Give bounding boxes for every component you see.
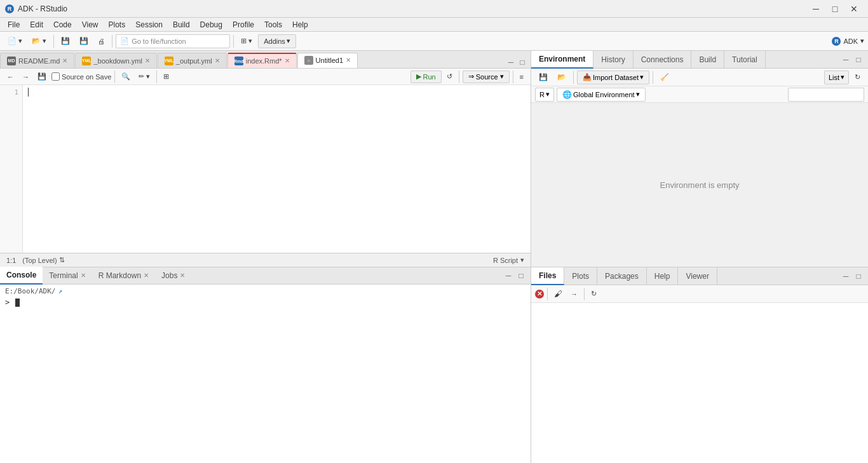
forward-files-button[interactable]: → (567, 287, 581, 301)
ed-sep-4 (513, 70, 513, 83)
r-version-arrow: ▾ (546, 90, 550, 98)
addins-button[interactable]: Addins ▾ (258, 34, 296, 48)
menu-build[interactable]: Build (168, 19, 195, 30)
console-minimize-button[interactable]: ─ (503, 270, 514, 281)
brush-button[interactable]: 🖌 (551, 287, 566, 301)
tab-index-close[interactable]: ✕ (285, 58, 290, 64)
menu-view[interactable]: View (77, 19, 104, 30)
refresh-files-button[interactable]: ↻ (588, 287, 600, 301)
terminal-tab-close[interactable]: ✕ (81, 272, 86, 279)
source-on-save-checkbox[interactable] (51, 72, 60, 81)
source-button[interactable]: ⇒ Source ▾ (463, 70, 510, 83)
env-sep-1 (573, 71, 574, 84)
tab-packages[interactable]: Packages (597, 267, 647, 285)
tab-bookdown[interactable]: YML _bookdown.yml ✕ (75, 53, 156, 68)
tab-connections[interactable]: Connections (634, 51, 692, 69)
menu-help[interactable]: Help (287, 19, 313, 30)
files-panel-maximize[interactable]: □ (853, 271, 864, 282)
editor-area[interactable]: 1 (0, 85, 531, 253)
menu-edit[interactable]: Edit (25, 19, 48, 30)
import-dataset-button[interactable]: 📥 Import Dataset ▾ (577, 70, 649, 84)
rstudio-icon: R (5, 4, 14, 13)
rerun-button[interactable]: ↺ (444, 70, 456, 83)
close-button[interactable]: ✕ (845, 3, 863, 15)
tab-untitled1[interactable]: ○ Untitled1 ✕ (297, 53, 358, 68)
refresh-env-button[interactable]: ↻ (851, 70, 864, 84)
maximize-button[interactable]: □ (826, 3, 844, 15)
tab-jobs[interactable]: Jobs ✕ (155, 267, 191, 285)
jobs-tab-close[interactable]: ✕ (180, 272, 185, 279)
rmarkdown-tab-close[interactable]: ✕ (144, 272, 149, 279)
load-env-button[interactable]: 📂 (553, 70, 570, 84)
tab-files[interactable]: Files (531, 267, 564, 285)
editor-minimize-button[interactable]: ─ (505, 57, 517, 68)
tab-history[interactable]: History (593, 51, 633, 69)
packages-tab-label: Packages (605, 272, 639, 281)
tab-output[interactable]: YML _output.yml ✕ (158, 53, 227, 68)
menu-code[interactable]: Code (48, 19, 77, 30)
global-environment-select[interactable]: 🌐 Global Environment ▾ (557, 88, 646, 102)
user-label: ADK (843, 37, 858, 45)
list-button[interactable]: List ▾ (824, 70, 849, 84)
jobs-tab-label: Jobs (161, 271, 177, 280)
delete-file-button[interactable]: ✕ (535, 290, 544, 299)
menu-profile[interactable]: Profile (227, 19, 259, 30)
tab-readme[interactable]: MD README.md ✕ (0, 53, 74, 68)
tab-terminal[interactable]: Terminal ✕ (43, 267, 92, 285)
editor-maximize-button[interactable]: □ (517, 57, 528, 68)
layout-button[interactable]: ⊞ ▾ (237, 34, 256, 48)
tab-tutorial[interactable]: Tutorial (724, 51, 766, 69)
run-button[interactable]: ▶ Run (410, 70, 442, 83)
tab-untitled1-close[interactable]: ✕ (346, 57, 351, 64)
user-menu[interactable]: R ADK ▾ (832, 37, 864, 46)
tab-console[interactable]: Console (0, 267, 43, 285)
source-on-save-check[interactable]: Source on Save (51, 72, 111, 81)
env-empty-message: Environment is empty (660, 180, 740, 190)
back-button[interactable]: ← (4, 70, 17, 83)
tab-output-close[interactable]: ✕ (215, 58, 220, 64)
go-to-file-icon: 📄 (120, 37, 129, 45)
window-controls[interactable]: ─ □ ✕ (807, 3, 863, 15)
env-search-input[interactable] (788, 88, 864, 102)
save-env-button[interactable]: 💾 (535, 70, 552, 84)
tab-plots[interactable]: Plots (564, 267, 597, 285)
script-type[interactable]: R Script ▾ (493, 256, 524, 264)
env-panel-maximize[interactable]: □ (853, 54, 864, 65)
open-file-button[interactable]: 📂 ▾ (28, 34, 50, 48)
clear-env-button[interactable]: 🧹 (656, 70, 673, 84)
save-button[interactable]: 💾 (57, 34, 74, 48)
console-area[interactable]: E:/Book/ADK/ ↗ > (0, 285, 531, 463)
menu-tools[interactable]: Tools (259, 19, 287, 30)
editor-content[interactable] (23, 85, 531, 253)
save-file-button[interactable]: 💾 (34, 70, 50, 83)
go-to-file-input[interactable]: 📄 Go to file/function (116, 34, 230, 48)
files-panel-minimize[interactable]: ─ (840, 271, 851, 282)
console-maximize-button[interactable]: □ (515, 270, 527, 281)
console-prompt[interactable]: > (5, 298, 526, 307)
format-button[interactable]: ⊞ (160, 70, 172, 83)
menu-plots[interactable]: Plots (104, 19, 131, 30)
env-panel-minimize[interactable]: ─ (840, 54, 851, 65)
tab-readme-close[interactable]: ✕ (62, 58, 67, 64)
print-button[interactable]: 🖨 (94, 34, 109, 48)
tab-build[interactable]: Build (691, 51, 724, 69)
new-file-button[interactable]: 📄 ▾ (4, 34, 26, 48)
menu-file[interactable]: File (3, 19, 25, 30)
save-all-button[interactable]: 💾 (76, 34, 92, 48)
tab-help[interactable]: Help (647, 267, 679, 285)
menu-session[interactable]: Session (130, 19, 168, 30)
code-level[interactable]: (Top Level) ⇅ (22, 256, 64, 264)
find-button[interactable]: 🔍 (118, 70, 133, 83)
tab-bookdown-close[interactable]: ✕ (145, 58, 150, 64)
minimize-button[interactable]: ─ (807, 3, 825, 15)
code-tools-button[interactable]: ✏ ▾ (135, 70, 153, 83)
r-version-select[interactable]: R ▾ (535, 88, 554, 102)
editor-menu-button[interactable]: ≡ (517, 70, 527, 83)
tab-environment[interactable]: Environment (531, 51, 593, 69)
menu-debug[interactable]: Debug (195, 19, 227, 30)
tab-rmarkdown[interactable]: R Markdown ✕ (92, 267, 155, 285)
forward-button[interactable]: → (19, 70, 32, 83)
tab-viewer[interactable]: Viewer (678, 267, 717, 285)
tab-index[interactable]: Rmd index.Rmd* ✕ (227, 53, 297, 68)
console-path-link-icon: ↗ (58, 287, 62, 295)
